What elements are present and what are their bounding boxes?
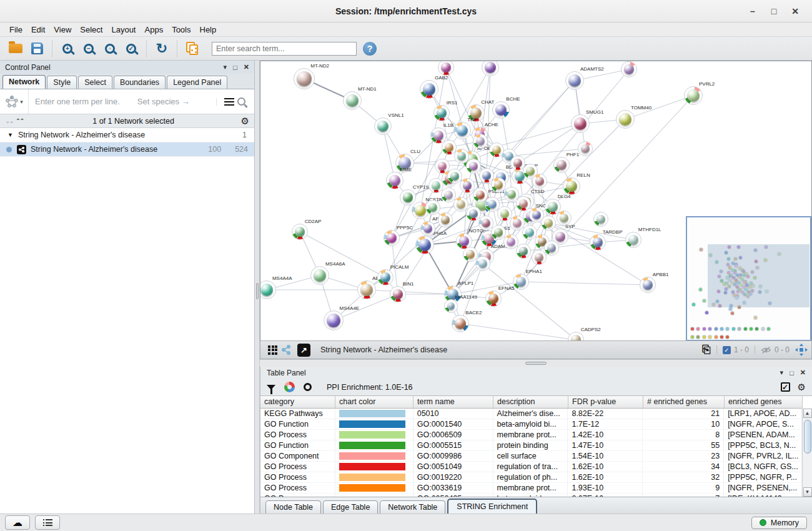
network-node[interactable] [516,244,531,259]
network-node-aplp2[interactable]: APLP2 [420,221,435,236]
vertical-scrollbar[interactable]: ▲ ▼ [802,409,812,497]
network-node-ppp5c[interactable]: PPP5C [384,230,400,246]
column-header--enriched-genes[interactable]: # enriched genes [643,396,725,409]
expander-icon[interactable]: ▼ [7,132,13,138]
tab-node-table[interactable]: Node Table [265,500,321,514]
maximize-button[interactable]: □ [763,3,785,19]
tab-network[interactable]: Network [2,75,46,89]
network-node[interactable] [441,187,456,202]
network-row-selected[interactable]: String Network - Alzheimer's disease 100… [0,142,254,157]
task-list-button[interactable] [35,515,60,530]
table-panel-splitter[interactable] [260,359,812,367]
refresh-layout-button[interactable]: ↻ [151,39,172,59]
panel-close-icon[interactable]: ✕ [800,369,806,377]
network-node-kiaa1149[interactable]: KIAA1149 [444,299,458,313]
network-node[interactable] [557,211,572,226]
birds-eye-navigator[interactable] [686,216,811,340]
network-node[interactable] [491,177,506,192]
tab-string-enrichment[interactable]: STRING Enrichment [447,499,537,514]
menu-layout[interactable]: Layout [107,24,140,36]
network-node-adamts2[interactable]: ADAMTS2 [565,71,584,90]
network-node-phf1[interactable]: PHF1 [553,157,570,173]
network-node[interactable] [466,159,481,174]
network-collection-row[interactable]: ▼ String Network - Alzheimer's disease 1 [0,128,254,142]
tab-style[interactable]: Style [47,76,77,89]
string-options-icon[interactable] [216,98,227,106]
network-node-efna5[interactable]: EFNA5 [485,290,502,307]
network-node[interactable] [475,256,490,271]
network-node[interactable] [428,178,443,193]
table-row[interactable]: KEGG Pathways05010Alzheimer's dise...8.8… [260,409,802,419]
network-node[interactable] [460,178,475,193]
splitter-grip[interactable] [256,283,259,299]
network-node-ms4a6a[interactable]: MS4A6A [310,266,329,285]
network-node-tardbp[interactable]: TARDBP [590,234,606,251]
network-node[interactable] [453,197,468,212]
tab-legend-panel[interactable]: Legend Panel [167,76,227,89]
network-node-ms4a4e[interactable]: MS4A4E [324,310,344,330]
network-node-bace2[interactable]: BACE2 [452,315,469,332]
menu-select[interactable]: Select [76,24,107,36]
table-row[interactable]: GO FunctionGO:0001540beta-amyloid bi...1… [260,419,802,430]
column-header-enriched-genes[interactable]: enriched genes [725,396,803,409]
network-node[interactable] [510,216,525,231]
network-node-reln[interactable]: RELN [563,177,580,195]
menu-view[interactable]: View [49,24,76,36]
network-node[interactable] [425,200,440,215]
network-node-aph1a[interactable]: APH1A [415,236,434,254]
network-node-abca7[interactable]: ABCA7 [357,280,376,299]
network-node[interactable] [503,234,518,249]
network-node[interactable] [544,241,559,256]
table-row[interactable]: GO ProcessGO:0033619membrane prot...1.93… [260,483,802,494]
cloud-button[interactable]: ☁ [5,515,30,530]
network-node[interactable] [466,206,481,221]
table-row[interactable]: GO ProcessGO:0006509membrane prot...1.42… [260,430,802,440]
network-node-irs1[interactable]: IRS1 [433,105,450,121]
string-query-placeholder[interactable]: Enter one term per line. [35,97,120,106]
panel-collapse-icon[interactable]: ▾ [224,63,227,71]
network-node-epha1[interactable]: EPHA1 [513,274,529,290]
column-header-term-name[interactable]: term name [413,396,493,409]
navigator-toggle-icon[interactable] [795,344,808,356]
menu-help[interactable]: Help [196,24,221,36]
tab-edge-table[interactable]: Edge Table [323,500,378,514]
network-node[interactable] [578,141,593,156]
network-node[interactable] [541,216,556,231]
network-node-tomm40[interactable]: TOMM40 [616,110,635,129]
network-node[interactable] [473,134,488,149]
string-search-icon[interactable] [237,97,245,106]
network-node-mthfd1l[interactable]: MTHFD1L [625,232,641,248]
network-node-bche[interactable]: BCHE [492,101,510,119]
panel-float-icon[interactable]: □ [233,64,237,71]
network-node[interactable] [485,197,500,212]
menu-tools[interactable]: Tools [167,24,195,36]
scroll-up-arrow[interactable]: ▲ [803,409,812,418]
share-view-icon[interactable] [281,345,291,355]
save-session-button[interactable] [26,39,47,59]
network-node[interactable] [621,61,637,77]
navigator-viewport-rect[interactable] [708,244,810,307]
menu-file[interactable]: File [5,24,27,36]
open-session-button[interactable] [5,39,26,59]
menu-apps[interactable]: Apps [141,24,168,36]
network-node-vsnl1[interactable]: VSNL1 [374,117,392,135]
network-node-apbb1[interactable]: APBB1 [640,277,656,293]
network-node[interactable] [478,216,493,231]
table-row[interactable]: GO ComponentGO:0009986cell surface1.54E-… [260,451,802,462]
gear-icon[interactable]: ⚙ [241,116,249,127]
tab-select[interactable]: Select [78,76,112,89]
table-row[interactable]: GO ProcessGO:0051049regulation of tra...… [260,462,802,472]
zoom-fit-button[interactable]: ▫ [99,39,121,59]
collapse-all-icon[interactable]: ⌄⌄ [5,117,13,124]
grid-view-icon[interactable] [268,345,277,355]
network-node[interactable] [497,206,512,221]
network-node[interactable] [532,174,547,189]
network-node[interactable] [438,212,453,227]
network-canvas[interactable]: MT-ND2MT-ND1VSNL1GAB2ADAMTS2PVRL2TOMM40S… [260,61,812,340]
network-node[interactable] [516,196,531,211]
network-node-gab2[interactable]: GAB2 [420,80,438,99]
filter-icon[interactable] [267,385,275,390]
reset-charts-icon[interactable] [304,383,312,391]
network-node[interactable] [491,225,506,240]
network-node-mt-nd2[interactable]: MT-ND2 [294,68,315,89]
